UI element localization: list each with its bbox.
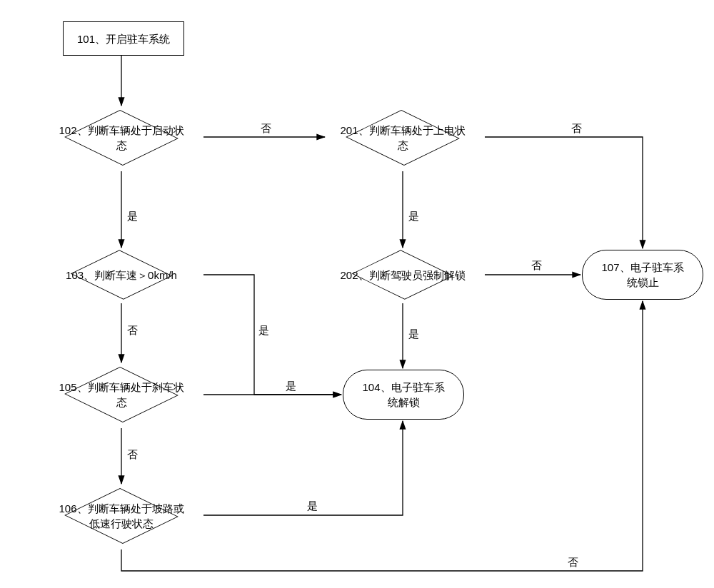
edge-label-202-yes: 是: [408, 328, 419, 341]
node-106-label: 106、判断车辆处于坡路或 低速行驶状态: [59, 501, 183, 531]
node-105-label: 105、判断车辆处于刹车状 态: [59, 380, 183, 410]
node-201-label: 201、判断车辆处于上电状 态: [340, 123, 465, 153]
edge-label-106-no: 否: [568, 556, 578, 569]
node-105-decision: 105、判断车辆处于刹车状 态: [39, 355, 203, 434]
node-102-label: 102、判断车辆处于启动状 态: [59, 123, 183, 153]
edge-label-201-yes: 是: [408, 210, 419, 223]
edge-label-202-no: 否: [531, 259, 542, 273]
edge-label-105-no: 否: [127, 448, 138, 462]
edge-label-106-yes: 是: [307, 500, 318, 513]
node-202-label: 202、判断驾驶员强制解锁: [340, 268, 465, 283]
edge-label-103-yes: 是: [258, 324, 269, 338]
node-103-decision: 103、判断车速＞0km/h: [39, 243, 203, 307]
edge-label-102-yes: 是: [127, 210, 138, 223]
node-107-label: 107、电子驻车系 统锁止: [601, 260, 683, 290]
edge-label-105-yes: 是: [286, 380, 296, 393]
node-101-start: 101、开启驻车系统: [63, 21, 184, 56]
node-102-decision: 102、判断车辆处于启动状 态: [39, 98, 203, 177]
node-107-terminal: 107、电子驻车系 统锁止: [582, 250, 703, 300]
edge-label-103-no: 否: [127, 324, 138, 338]
edge-label-201-no: 否: [571, 122, 582, 136]
node-103-label: 103、判断车速＞0km/h: [66, 268, 177, 283]
node-104-terminal: 104、电子驻车系 统解锁: [343, 370, 464, 420]
edge-label-102-no: 否: [261, 122, 271, 136]
node-202-decision: 202、判断驾驶员强制解锁: [321, 243, 485, 307]
node-201-decision: 201、判断车辆处于上电状 态: [321, 98, 485, 177]
node-104-label: 104、电子驻车系 统解锁: [362, 380, 444, 410]
node-106-decision: 106、判断车辆处于坡路或 低速行驶状态: [39, 477, 203, 555]
node-101-label: 101、开启驻车系统: [77, 31, 170, 46]
